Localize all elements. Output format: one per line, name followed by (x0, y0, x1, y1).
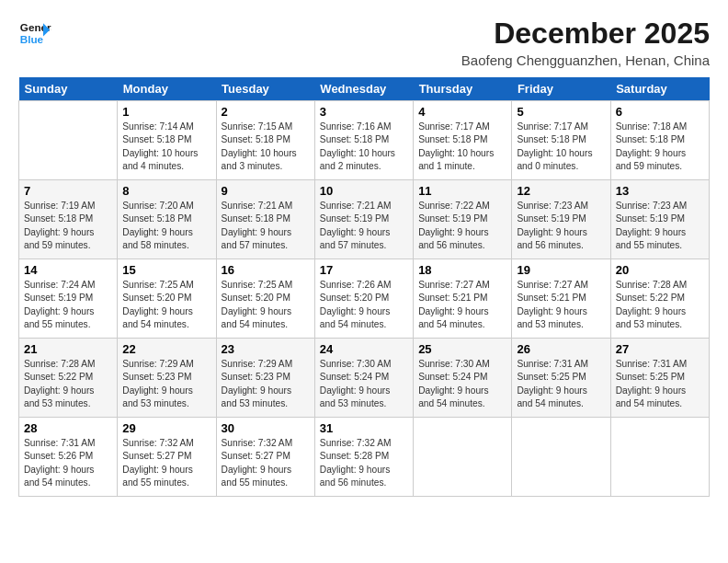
page-header: General Blue December 2025 Baofeng Cheng… (18, 17, 710, 68)
svg-text:Blue: Blue (20, 33, 44, 45)
calendar-day: 18Sunrise: 7:27 AM Sunset: 5:21 PM Dayli… (414, 259, 512, 339)
day-info: Sunrise: 7:16 AM Sunset: 5:18 PM Dayligh… (320, 121, 408, 173)
calendar-day: 25Sunrise: 7:30 AM Sunset: 5:24 PM Dayli… (414, 339, 512, 418)
calendar-day: 3Sunrise: 7:16 AM Sunset: 5:18 PM Daylig… (314, 101, 413, 180)
day-number: 27 (616, 342, 704, 356)
day-info: Sunrise: 7:32 AM Sunset: 5:27 PM Dayligh… (222, 437, 310, 489)
calendar-day: 26Sunrise: 7:31 AM Sunset: 5:25 PM Dayli… (512, 339, 610, 418)
calendar-day: 7Sunrise: 7:19 AM Sunset: 5:18 PM Daylig… (19, 180, 118, 259)
day-number: 10 (320, 184, 408, 198)
day-number: 12 (517, 184, 605, 198)
day-number: 14 (24, 263, 112, 277)
day-info: Sunrise: 7:17 AM Sunset: 5:18 PM Dayligh… (418, 121, 506, 173)
calendar-header: SundayMondayTuesdayWednesdayThursdayFrid… (19, 77, 710, 101)
header-day: Wednesday (314, 77, 413, 101)
calendar-day: 21Sunrise: 7:28 AM Sunset: 5:22 PM Dayli… (19, 339, 118, 418)
logo: General Blue (18, 17, 51, 50)
day-info: Sunrise: 7:24 AM Sunset: 5:19 PM Dayligh… (24, 279, 112, 331)
page-container: General Blue December 2025 Baofeng Cheng… (0, 0, 728, 506)
day-info: Sunrise: 7:32 AM Sunset: 5:27 PM Dayligh… (122, 437, 210, 489)
calendar-day: 24Sunrise: 7:30 AM Sunset: 5:24 PM Dayli… (314, 339, 413, 418)
calendar-day: 8Sunrise: 7:20 AM Sunset: 5:18 PM Daylig… (118, 180, 216, 259)
day-info: Sunrise: 7:23 AM Sunset: 5:19 PM Dayligh… (517, 200, 605, 252)
day-number: 31 (320, 421, 408, 435)
day-info: Sunrise: 7:27 AM Sunset: 5:21 PM Dayligh… (418, 279, 506, 331)
day-info: Sunrise: 7:30 AM Sunset: 5:24 PM Dayligh… (418, 358, 506, 410)
day-number: 25 (418, 342, 506, 356)
day-number: 30 (222, 421, 310, 435)
day-number: 9 (222, 184, 310, 198)
calendar-day (512, 418, 610, 497)
calendar-week: 14Sunrise: 7:24 AM Sunset: 5:19 PM Dayli… (19, 259, 710, 339)
day-info: Sunrise: 7:25 AM Sunset: 5:20 PM Dayligh… (222, 279, 310, 331)
calendar-day: 14Sunrise: 7:24 AM Sunset: 5:19 PM Dayli… (19, 259, 118, 339)
header-day: Friday (512, 77, 610, 101)
day-info: Sunrise: 7:20 AM Sunset: 5:18 PM Dayligh… (122, 200, 210, 252)
day-info: Sunrise: 7:31 AM Sunset: 5:25 PM Dayligh… (616, 358, 704, 410)
day-number: 3 (320, 105, 408, 119)
calendar-week: 28Sunrise: 7:31 AM Sunset: 5:26 PM Dayli… (19, 418, 710, 497)
day-info: Sunrise: 7:31 AM Sunset: 5:26 PM Dayligh… (24, 437, 112, 489)
header-day: Thursday (414, 77, 512, 101)
day-info: Sunrise: 7:14 AM Sunset: 5:18 PM Dayligh… (122, 121, 210, 173)
day-number: 6 (616, 105, 704, 119)
day-number: 21 (24, 342, 112, 356)
calendar-day: 27Sunrise: 7:31 AM Sunset: 5:25 PM Dayli… (610, 339, 709, 418)
calendar-day: 31Sunrise: 7:32 AM Sunset: 5:28 PM Dayli… (314, 418, 413, 497)
day-number: 20 (616, 263, 704, 277)
day-info: Sunrise: 7:21 AM Sunset: 5:19 PM Dayligh… (320, 200, 408, 252)
calendar-day (610, 418, 709, 497)
day-info: Sunrise: 7:32 AM Sunset: 5:28 PM Dayligh… (320, 437, 408, 489)
calendar-day: 10Sunrise: 7:21 AM Sunset: 5:19 PM Dayli… (314, 180, 413, 259)
day-number: 26 (517, 342, 605, 356)
day-info: Sunrise: 7:25 AM Sunset: 5:20 PM Dayligh… (122, 279, 210, 331)
day-info: Sunrise: 7:18 AM Sunset: 5:18 PM Dayligh… (616, 121, 704, 173)
day-info: Sunrise: 7:28 AM Sunset: 5:22 PM Dayligh… (616, 279, 704, 331)
day-number: 5 (517, 105, 605, 119)
calendar-day: 13Sunrise: 7:23 AM Sunset: 5:19 PM Dayli… (610, 180, 709, 259)
day-number: 17 (320, 263, 408, 277)
calendar-day: 20Sunrise: 7:28 AM Sunset: 5:22 PM Dayli… (610, 259, 709, 339)
calendar-day: 15Sunrise: 7:25 AM Sunset: 5:20 PM Dayli… (118, 259, 216, 339)
location: Baofeng Chengguanzhen, Henan, China (461, 52, 710, 68)
day-number: 8 (122, 184, 210, 198)
day-info: Sunrise: 7:26 AM Sunset: 5:20 PM Dayligh… (320, 279, 408, 331)
calendar-day: 1Sunrise: 7:14 AM Sunset: 5:18 PM Daylig… (118, 101, 216, 180)
day-number: 24 (320, 342, 408, 356)
calendar-day (414, 418, 512, 497)
day-info: Sunrise: 7:31 AM Sunset: 5:25 PM Dayligh… (517, 358, 605, 410)
day-info: Sunrise: 7:15 AM Sunset: 5:18 PM Dayligh… (222, 121, 310, 173)
day-number: 29 (122, 421, 210, 435)
calendar-day: 11Sunrise: 7:22 AM Sunset: 5:19 PM Dayli… (414, 180, 512, 259)
calendar-body: 1Sunrise: 7:14 AM Sunset: 5:18 PM Daylig… (19, 101, 710, 497)
calendar-week: 7Sunrise: 7:19 AM Sunset: 5:18 PM Daylig… (19, 180, 710, 259)
day-number: 15 (122, 263, 210, 277)
day-number: 2 (222, 105, 310, 119)
calendar-week: 1Sunrise: 7:14 AM Sunset: 5:18 PM Daylig… (19, 101, 710, 180)
calendar-day: 12Sunrise: 7:23 AM Sunset: 5:19 PM Dayli… (512, 180, 610, 259)
calendar-week: 21Sunrise: 7:28 AM Sunset: 5:22 PM Dayli… (19, 339, 710, 418)
calendar-day: 19Sunrise: 7:27 AM Sunset: 5:21 PM Dayli… (512, 259, 610, 339)
calendar-day: 4Sunrise: 7:17 AM Sunset: 5:18 PM Daylig… (414, 101, 512, 180)
calendar-day: 2Sunrise: 7:15 AM Sunset: 5:18 PM Daylig… (216, 101, 314, 180)
calendar-day (19, 101, 118, 180)
calendar-day: 23Sunrise: 7:29 AM Sunset: 5:23 PM Dayli… (216, 339, 314, 418)
day-info: Sunrise: 7:29 AM Sunset: 5:23 PM Dayligh… (222, 358, 310, 410)
day-number: 28 (24, 421, 112, 435)
calendar-day: 6Sunrise: 7:18 AM Sunset: 5:18 PM Daylig… (610, 101, 709, 180)
day-number: 23 (222, 342, 310, 356)
day-number: 18 (418, 263, 506, 277)
month-title: December 2025 (461, 17, 710, 51)
day-info: Sunrise: 7:21 AM Sunset: 5:18 PM Dayligh… (222, 200, 310, 252)
day-info: Sunrise: 7:29 AM Sunset: 5:23 PM Dayligh… (122, 358, 210, 410)
day-number: 19 (517, 263, 605, 277)
day-number: 1 (122, 105, 210, 119)
calendar-day: 29Sunrise: 7:32 AM Sunset: 5:27 PM Dayli… (118, 418, 216, 497)
calendar-day: 16Sunrise: 7:25 AM Sunset: 5:20 PM Dayli… (216, 259, 314, 339)
day-number: 7 (24, 184, 112, 198)
calendar-day: 22Sunrise: 7:29 AM Sunset: 5:23 PM Dayli… (118, 339, 216, 418)
header-day: Saturday (610, 77, 709, 101)
calendar-day: 5Sunrise: 7:17 AM Sunset: 5:18 PM Daylig… (512, 101, 610, 180)
day-number: 11 (418, 184, 506, 198)
logo-icon: General Blue (18, 17, 51, 50)
